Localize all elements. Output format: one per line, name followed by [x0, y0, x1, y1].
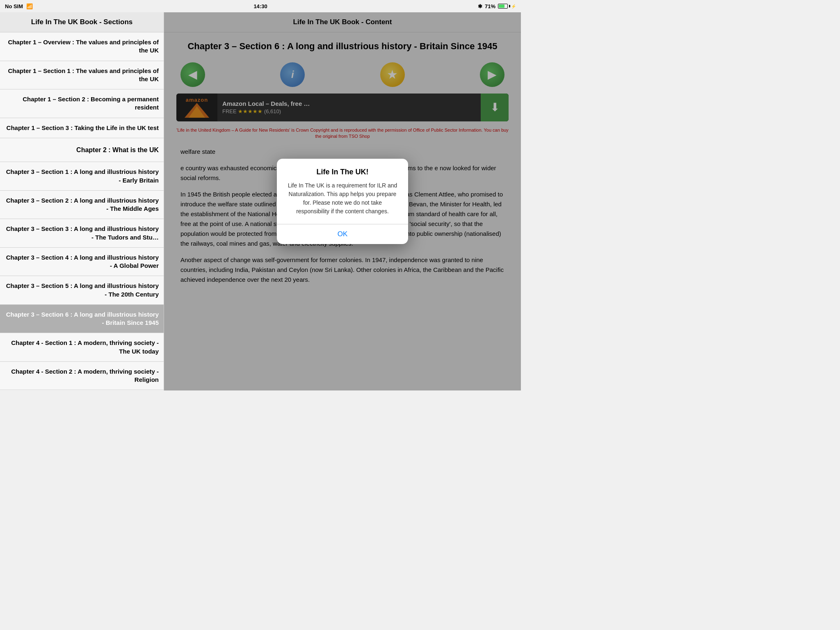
dialog-ok-button[interactable]: OK — [277, 224, 408, 244]
battery-fill — [499, 5, 504, 8]
lightning-icon: ⚡ — [511, 4, 516, 9]
sidebar-item-ch2[interactable]: Chapter 2 : What is the UK — [0, 138, 164, 162]
status-bar: No SIM 📶 14:30 ✱ 71% ⚡ — [0, 0, 521, 12]
sidebar-item-ch1-s3[interactable]: Chapter 1 – Section 3 : Taking the Life … — [0, 118, 164, 138]
battery-pct: 71% — [485, 3, 495, 9]
carrier-label: No SIM — [5, 3, 23, 9]
wifi-icon: 📶 — [26, 3, 33, 9]
dialog-box: Life In The UK! Life In The UK is a requ… — [277, 159, 408, 244]
battery-tip — [509, 5, 510, 7]
status-left: No SIM 📶 — [5, 3, 33, 9]
dialog-overlay: Life In The UK! Life In The UK is a requ… — [164, 12, 521, 390]
status-time: 14:30 — [253, 3, 267, 9]
sidebar-item-ch4-s1[interactable]: Chapter 4 - Section 1 : A modern, thrivi… — [0, 333, 164, 362]
sidebar-item-ch3-s1[interactable]: Chapter 3 – Section 1 : A long and illus… — [0, 162, 164, 191]
bluetooth-icon: ✱ — [478, 3, 482, 9]
sidebar-items-container: Chapter 1 – Overview : The values and pr… — [0, 32, 164, 390]
dialog-body: Life In The UK is a requirement for ILR … — [277, 181, 408, 224]
sidebar-item-ch3-s3[interactable]: Chapter 3 – Section 3 : A long and illus… — [0, 219, 164, 248]
sidebar: Life In The UK Book - Sections Chapter 1… — [0, 12, 164, 390]
sidebar-item-ch4-s3[interactable]: Chapter 4 - Section 3 : A modern, thrivi… — [0, 390, 164, 390]
sidebar-item-ch3-s2[interactable]: Chapter 3 – Section 2 : A long and illus… — [0, 191, 164, 219]
dialog-title: Life In The UK! — [277, 159, 408, 181]
sidebar-item-ch3-s5[interactable]: Chapter 3 – Section 5 : A long and illus… — [0, 276, 164, 305]
sidebar-item-ch1-s1[interactable]: Chapter 1 – Section 1 : The values and p… — [0, 61, 164, 90]
sidebar-item-ch3-s4[interactable]: Chapter 3 – Section 4 : A long and illus… — [0, 248, 164, 276]
content-area: Life In The UK Book - Content Chapter 3 … — [164, 12, 521, 390]
sidebar-item-ch1-s2[interactable]: Chapter 1 – Section 2 : Becoming a perma… — [0, 89, 164, 118]
sidebar-item-ch4-s2[interactable]: Chapter 4 - Section 2 : A modern, thrivi… — [0, 362, 164, 390]
sidebar-title: Life In The UK Book - Sections — [0, 12, 164, 32]
sidebar-item-ch3-s6[interactable]: Chapter 3 – Section 6 : A long and illus… — [0, 305, 164, 333]
status-right: ✱ 71% ⚡ — [478, 3, 516, 9]
main-layout: Life In The UK Book - Sections Chapter 1… — [0, 12, 521, 390]
sidebar-item-ch1-overview[interactable]: Chapter 1 – Overview : The values and pr… — [0, 32, 164, 61]
battery-body — [498, 4, 508, 9]
battery-indicator: ⚡ — [498, 4, 516, 9]
